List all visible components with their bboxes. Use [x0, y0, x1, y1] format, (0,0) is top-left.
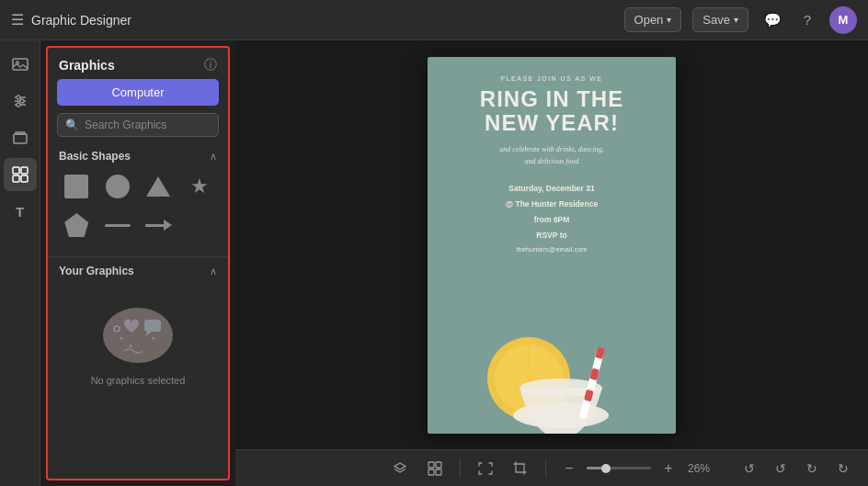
shape-triangle[interactable] — [141, 170, 177, 203]
icon-rail: T — [0, 40, 40, 486]
app-title: Graphic Designer — [31, 13, 131, 28]
panel-title: Graphics — [59, 58, 115, 73]
shape-arrow[interactable] — [141, 209, 177, 242]
svg-rect-27 — [589, 367, 600, 380]
card-details: Saturday, December 31 @ The Hunter Resid… — [506, 181, 598, 243]
svg-rect-8 — [14, 134, 27, 143]
main-area: T Graphics ⓘ Computer 🔍 Search Graphics … — [0, 40, 868, 486]
search-icon: 🔍 — [65, 119, 79, 131]
toolbar-right-actions: ↺ ↺ ↻ ↻ — [736, 455, 857, 482]
rail-layers-icon[interactable] — [4, 121, 37, 154]
search-placeholder: Search Graphics — [85, 119, 166, 131]
open-button[interactable]: Open ▾ — [624, 7, 682, 32]
info-icon[interactable]: ⓘ — [204, 57, 217, 73]
open-chevron-icon: ▾ — [667, 15, 671, 25]
basic-shapes-header: Basic Shapes ∧ — [59, 150, 217, 163]
zoom-slider[interactable] — [587, 467, 651, 469]
canvas-area: PLEASE JOIN US AS WE RING IN THE NEW YEA… — [235, 40, 868, 486]
your-graphics-chevron-icon[interactable]: ∧ — [210, 266, 217, 277]
canvas-workspace[interactable]: PLEASE JOIN US AS WE RING IN THE NEW YEA… — [235, 40, 868, 449]
design-canvas: PLEASE JOIN US AS WE RING IN THE NEW YEA… — [428, 57, 676, 434]
card-email: thehunters@email.com — [516, 245, 587, 254]
comment-icon[interactable]: 💬 — [760, 7, 785, 33]
rail-text-icon[interactable]: T — [4, 195, 37, 228]
undo-icon[interactable]: ↺ — [767, 455, 794, 482]
help-icon[interactable]: ? — [794, 7, 820, 33]
menu-toggle[interactable]: ☰ Graphic Designer — [11, 11, 131, 28]
svg-point-5 — [17, 96, 20, 99]
shape-square[interactable] — [59, 170, 95, 203]
search-bar[interactable]: 🔍 Search Graphics — [57, 113, 219, 137]
svg-point-6 — [20, 99, 24, 103]
side-panel: Graphics ⓘ Computer 🔍 Search Graphics Ba… — [46, 46, 230, 480]
zoom-controls: − + — [557, 457, 680, 480]
zoom-label: 26% — [688, 462, 717, 475]
svg-rect-0 — [13, 59, 28, 70]
fit-screen-icon[interactable] — [472, 455, 499, 482]
svg-rect-10 — [13, 167, 19, 174]
svg-rect-11 — [21, 167, 28, 174]
panel-header: Graphics ⓘ — [48, 48, 228, 79]
empty-illustration — [97, 294, 179, 367]
computer-button[interactable]: Computer — [57, 79, 219, 106]
svg-point-7 — [17, 103, 20, 107]
zoom-out-button[interactable]: − — [557, 457, 581, 480]
empty-label: No graphics selected — [91, 375, 186, 386]
your-graphics-header: Your Graphics ∧ — [59, 265, 217, 277]
basic-shapes-chevron-icon[interactable]: ∧ — [210, 151, 217, 163]
shape-circle[interactable] — [100, 170, 136, 203]
toolbar-divider-1 — [460, 459, 461, 478]
section-divider — [48, 256, 228, 257]
rail-graphics-icon[interactable] — [4, 158, 37, 191]
save-button[interactable]: Save ▾ — [692, 7, 748, 32]
basic-shapes-label: Basic Shapes — [59, 150, 131, 163]
crop-icon[interactable] — [507, 455, 534, 482]
shape-line[interactable] — [100, 209, 136, 242]
shape-pentagon[interactable] — [59, 209, 95, 242]
rail-photo-icon[interactable] — [4, 48, 37, 81]
card-subtitle: PLEASE JOIN US AS WE — [501, 75, 603, 82]
svg-rect-32 — [436, 469, 441, 475]
card-title: RING IN THE NEW YEAR! — [480, 87, 623, 136]
card-desc: and celebrate with drinks, dancing,and d… — [499, 144, 603, 168]
shapes-grid: ★ — [59, 170, 217, 242]
zoom-in-button[interactable]: + — [657, 457, 680, 480]
toolbar-divider-2 — [545, 459, 546, 478]
svg-rect-9 — [16, 132, 25, 134]
hamburger-icon: ☰ — [11, 11, 24, 28]
layers-toolbar-icon[interactable] — [386, 455, 414, 482]
shape-star[interactable]: ★ — [182, 170, 218, 203]
your-graphics-label: Your Graphics — [59, 265, 134, 277]
bottom-toolbar: − + 26% ↺ ↺ ↻ ↻ — [235, 449, 868, 486]
topbar-icons: 💬 ? M — [760, 6, 857, 34]
svg-rect-30 — [436, 462, 441, 468]
your-graphics-section: Your Graphics ∧ — [48, 261, 228, 479]
grid-toolbar-icon[interactable] — [421, 455, 449, 482]
empty-graphics-area: No graphics selected — [59, 285, 217, 395]
rail-adjust-icon[interactable] — [4, 85, 37, 118]
svg-rect-29 — [428, 462, 434, 468]
svg-rect-26 — [595, 346, 605, 359]
rotate-left-icon[interactable]: ↺ — [736, 455, 763, 482]
topbar: ☰ Graphic Designer Open ▾ Save ▾ 💬 ? M — [0, 0, 868, 40]
svg-rect-15 — [144, 320, 161, 332]
rotate-right-icon[interactable]: ↻ — [829, 455, 857, 482]
svg-point-14 — [103, 308, 173, 363]
svg-rect-31 — [428, 469, 434, 475]
cocktail-illustration — [469, 296, 634, 434]
avatar[interactable]: M — [829, 6, 857, 34]
save-chevron-icon: ▾ — [734, 15, 738, 25]
redo-icon[interactable]: ↻ — [798, 455, 826, 482]
svg-rect-13 — [21, 175, 28, 182]
svg-rect-12 — [13, 175, 19, 182]
basic-shapes-section: Basic Shapes ∧ ★ — [48, 146, 228, 253]
